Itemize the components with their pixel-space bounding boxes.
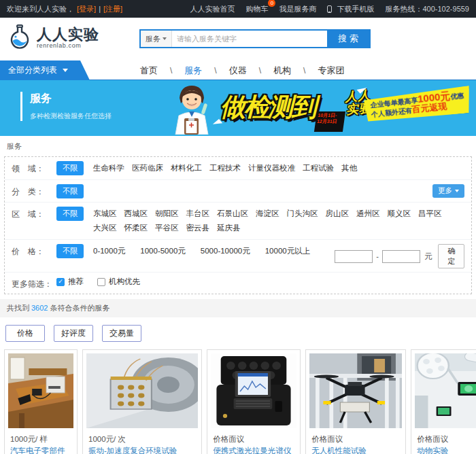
- card-title-link[interactable]: 无人机性能试验: [306, 445, 405, 454]
- topbar-right: 人人实验首页 购物车 0 我是服务商 下载手机版 服务热线：400-102-95…: [190, 4, 469, 14]
- checkbox-unchecked-icon: [97, 278, 105, 286]
- region-option[interactable]: 房山区: [326, 209, 350, 219]
- price-range-dash: -: [376, 252, 379, 260]
- region-option[interactable]: 石景山区: [217, 209, 248, 219]
- logo-title: 人人实验: [37, 27, 99, 42]
- domain-option[interactable]: 材料化工: [171, 163, 202, 173]
- region-unlimited-button[interactable]: 不限: [56, 207, 84, 221]
- filter-label-price: 价 格：: [12, 244, 56, 258]
- filter-panel: 领 域： 不限 生命科学医药临床材料化工工程技术计量仪器校准工程试验其他 分 类…: [4, 156, 472, 294]
- price-unit: 元: [424, 251, 432, 262]
- promo-ribbon: 企业每单最高享1000元优惠 个人额外还有百元返现: [363, 86, 472, 124]
- price-options: 0-1000元1000-5000元5000-10000元10000元以上: [93, 244, 325, 259]
- region-option[interactable]: 通州区: [356, 209, 380, 219]
- card-price: 价格面议: [207, 432, 300, 445]
- all-categories-label: 全部分类列表: [8, 65, 57, 75]
- price-range-group: - 元 确定: [335, 244, 464, 268]
- result-count: 3602: [31, 304, 48, 312]
- filter-label-region: 区 域：: [12, 207, 56, 220]
- price-unlimited-button[interactable]: 不限: [56, 244, 84, 258]
- domain-option[interactable]: 生命科学: [93, 163, 124, 173]
- price-option[interactable]: 1000-5000元: [140, 246, 186, 256]
- region-option[interactable]: 昌平区: [418, 209, 442, 219]
- nav-item-institutions[interactable]: 机构: [269, 65, 295, 77]
- card-price: 价格面议: [306, 432, 405, 445]
- card-price: 1000元/ 样: [5, 432, 77, 445]
- region-option[interactable]: 延庆县: [217, 223, 241, 233]
- all-categories-button[interactable]: 全部分类列表: [0, 60, 90, 80]
- region-option[interactable]: 平谷区: [155, 223, 179, 233]
- price-option[interactable]: 5000-10000元: [201, 246, 250, 256]
- cart-badge: 0: [268, 0, 275, 7]
- domain-option[interactable]: 工程试验: [303, 163, 334, 173]
- category-unlimited-button[interactable]: 不限: [56, 184, 84, 198]
- phone-icon: [327, 5, 332, 13]
- domain-unlimited-button[interactable]: 不限: [56, 161, 84, 175]
- price-option[interactable]: 0-1000元: [93, 246, 125, 256]
- filter-row-more: 更多筛选： 推荐 机构优先: [5, 273, 471, 294]
- sort-button[interactable]: 交易量: [102, 325, 141, 342]
- mobile-app-label: 下载手机版: [337, 5, 374, 13]
- region-option[interactable]: 大兴区: [93, 223, 117, 233]
- card-title-link[interactable]: 动物实验: [411, 445, 476, 454]
- card-title-link[interactable]: 振动-加速度复合环境试验: [83, 445, 201, 454]
- price-min-input[interactable]: [335, 250, 373, 263]
- logo-text: 人人实验 renrenlab.com: [37, 27, 99, 49]
- domain-options: 生命科学医药临床材料化工工程技术计量仪器校准工程试验其他: [93, 161, 464, 176]
- region-option[interactable]: 西城区: [124, 209, 148, 219]
- banner-slogan: 做检测到 10月1日- 12月31日 人人 实验: [220, 83, 372, 132]
- filter-label-domain: 领 域：: [12, 161, 56, 175]
- logo[interactable]: 人人实验 renrenlab.com: [7, 24, 99, 52]
- sort-button[interactable]: 价格: [5, 325, 45, 342]
- service-card[interactable]: 价格面议 便携式激光拉曼光谱仪 北京赛洛飞拓科技有限公司 北京市昌平区: [207, 349, 301, 454]
- banner-heading: 服务 多种检测检验服务任您选择: [20, 92, 112, 121]
- price-option[interactable]: 10000元以上: [265, 246, 310, 256]
- provider-link[interactable]: 我是服务商: [279, 4, 316, 14]
- search-input[interactable]: [172, 31, 327, 47]
- region-options: 东城区西城区朝阳区丰台区石景山区海淀区门头沟区房山区通州区顺义区昌平区大兴区怀柔…: [93, 207, 464, 236]
- nav-item-instruments[interactable]: 仪器: [225, 65, 251, 77]
- search-category-label: 服务: [146, 34, 160, 44]
- search-button[interactable]: 搜 索: [327, 31, 369, 47]
- card-title-link[interactable]: 汽车电子零部件道路车辆静电放电产生的电骚扰: [5, 445, 77, 454]
- search-category-dropdown[interactable]: 服务: [141, 31, 172, 47]
- mobile-app-link[interactable]: 下载手机版: [327, 4, 374, 14]
- recommended-checkbox[interactable]: 推荐: [56, 277, 84, 287]
- institution-first-checkbox[interactable]: 机构优先: [97, 277, 140, 287]
- region-option[interactable]: 东城区: [93, 209, 117, 219]
- sort-button[interactable]: 好评度: [54, 325, 93, 342]
- register-link[interactable]: [注册]: [103, 4, 122, 14]
- domain-option[interactable]: 计量仪器校准: [248, 163, 295, 173]
- region-option[interactable]: 门头沟区: [287, 209, 318, 219]
- nav-separator: \: [295, 66, 313, 75]
- region-option[interactable]: 海淀区: [256, 209, 279, 219]
- domain-option[interactable]: 工程技术: [209, 163, 241, 173]
- nav-item-home[interactable]: 首页: [136, 65, 162, 77]
- flask-logo-icon: [7, 24, 33, 52]
- nav-item-experts[interactable]: 专家团: [313, 65, 348, 77]
- filter-row-category: 分 类： 不限 更多: [5, 180, 471, 203]
- domain-option[interactable]: 其他: [341, 163, 357, 173]
- doctor-cartoon-image: [165, 83, 219, 135]
- price-confirm-button[interactable]: 确定: [438, 244, 464, 268]
- service-card[interactable]: 价格面议 无人机性能试验 中国电力科学研究院武汉分院 湖北省武汉市洪山区: [305, 349, 406, 454]
- price-max-input[interactable]: [382, 250, 420, 263]
- service-card[interactable]: 1000元/ 样 汽车电子零部件道路车辆静电放电产生的电骚扰 中国计量科学研究院…: [4, 349, 78, 454]
- region-option[interactable]: 丰台区: [186, 209, 210, 219]
- card-title-link[interactable]: 便携式激光拉曼光谱仪: [207, 445, 300, 454]
- region-option[interactable]: 顺义区: [388, 209, 411, 219]
- region-option[interactable]: 怀柔区: [124, 223, 148, 233]
- nav-item-services[interactable]: 服务: [180, 65, 206, 77]
- login-link[interactable]: [登录]: [77, 4, 96, 14]
- checkbox-checked-icon: [56, 278, 65, 286]
- service-card[interactable]: 价格面议 动物实验 北京迈迪思维生物技术有限公司 北京市大兴区: [411, 349, 476, 454]
- domain-option[interactable]: 医药临床: [132, 163, 163, 173]
- home-link[interactable]: 人人实验首页: [190, 4, 235, 14]
- service-card[interactable]: 1000元/ 次 振动-加速度复合环境试验 北京卫星环境工程研究所（机电产...…: [82, 349, 202, 454]
- region-option[interactable]: 密云县: [186, 223, 210, 233]
- cart-link[interactable]: 购物车 0: [245, 4, 268, 14]
- sort-bar: 价格好评度交易量: [0, 317, 476, 348]
- region-option[interactable]: 朝阳区: [155, 209, 179, 219]
- more-categories-button[interactable]: 更多: [432, 184, 464, 198]
- promo-banner[interactable]: 服务 多种检测检验服务任您选择 做检测到 10月1日- 12月31日: [0, 80, 476, 136]
